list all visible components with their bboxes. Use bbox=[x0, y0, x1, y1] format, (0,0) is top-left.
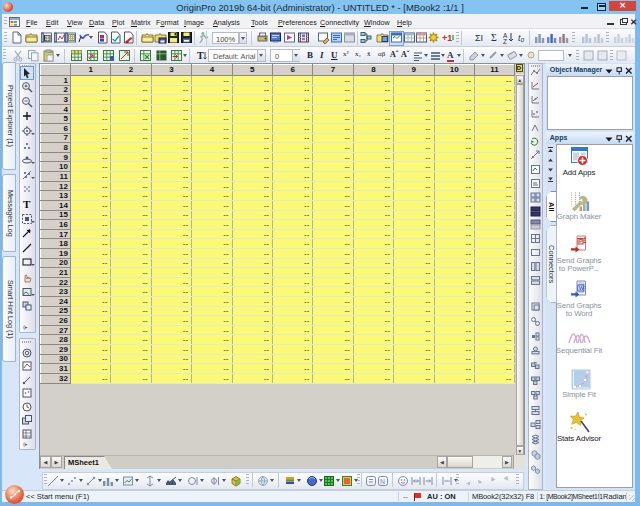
svg-text:ΣΙ: ΣΙ bbox=[475, 33, 483, 43]
svg-text:P: P bbox=[579, 238, 583, 244]
svg-text:W: W bbox=[579, 285, 585, 291]
svg-text:N: N bbox=[380, 478, 385, 485]
svg-text:T: T bbox=[23, 198, 31, 210]
svg-text:Σ: Σ bbox=[491, 32, 497, 43]
svg-text:T: T bbox=[197, 50, 204, 61]
svg-text:t₀: t₀ bbox=[518, 33, 525, 43]
svg-text:+1: +1 bbox=[442, 33, 452, 43]
svg-text:Z: Z bbox=[503, 38, 507, 45]
